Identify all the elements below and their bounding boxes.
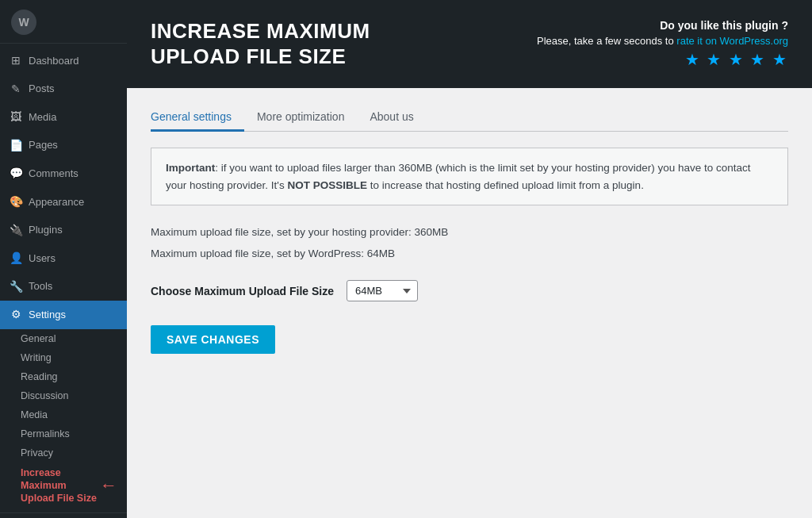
choose-size-label: Choose Maximum Upload File Size — [151, 285, 334, 297]
sidebar: W ⊞ Dashboard ✎ Posts 🖼 Media 📄 Pages 💬 … — [0, 0, 127, 518]
sidebar-item-appearance[interactable]: 🎨 Appearance — [0, 188, 127, 217]
rate-question: Do you like this plugin ? — [537, 19, 788, 32]
collapse-menu-button[interactable]: ◀ Collapse menu — [0, 512, 127, 518]
tab-more-optimization[interactable]: More optimization — [244, 104, 358, 132]
save-changes-button[interactable]: SAVE CHANGES — [151, 325, 275, 354]
submenu-item-media[interactable]: Media — [0, 405, 127, 424]
settings-icon: ⚙ — [10, 307, 22, 323]
pages-icon: 📄 — [10, 138, 22, 154]
sidebar-item-media[interactable]: 🖼 Media — [0, 103, 127, 132]
settings-submenu: General Writing Reading Discussion Media… — [0, 329, 127, 509]
dashboard-icon: ⊞ — [10, 53, 22, 69]
posts-icon: ✎ — [10, 82, 22, 98]
submenu-item-general[interactable]: General — [0, 329, 127, 348]
rate-link-text: Please, take a few seconds to rate it on… — [537, 35, 788, 47]
tools-icon: 🔧 — [10, 279, 22, 295]
sidebar-item-users[interactable]: 👤 Users — [0, 244, 127, 273]
info-line-wordpress: Maximum upload file size, set by WordPre… — [151, 243, 788, 264]
submenu-increase-label: Increase Maximum Upload File Size — [21, 466, 97, 505]
users-icon: 👤 — [10, 251, 22, 267]
submenu-item-privacy[interactable]: Privacy — [0, 443, 127, 462]
submenu-item-discussion[interactable]: Discussion — [0, 386, 127, 405]
sidebar-nav: ⊞ Dashboard ✎ Posts 🖼 Media 📄 Pages 💬 Co… — [0, 44, 127, 512]
sidebar-item-tools[interactable]: 🔧 Tools — [0, 273, 127, 301]
content-area: General settings More optimization About… — [127, 88, 812, 518]
sidebar-item-label: Comments — [29, 167, 79, 181]
notice-bold: Important — [166, 162, 215, 174]
sidebar-item-label: Media — [29, 110, 56, 125]
plugin-header-right: Do you like this plugin ? Please, take a… — [537, 19, 788, 69]
appearance-icon: 🎨 — [10, 194, 22, 210]
sidebar-item-comments[interactable]: 💬 Comments — [0, 159, 127, 188]
main-content: INCREASE MAXIMUM UPLOAD FILE SIZE Do you… — [127, 0, 812, 518]
notice-bold2: NOT POSSIBLE — [287, 179, 367, 191]
size-select[interactable]: 64MB 128MB 256MB 360MB — [347, 280, 418, 301]
sidebar-item-dashboard[interactable]: ⊞ Dashboard — [0, 47, 127, 75]
notice-text2: to increase that hosting defined upload … — [367, 179, 644, 191]
choose-size-row: Choose Maximum Upload File Size 64MB 128… — [151, 280, 788, 301]
sidebar-item-posts[interactable]: ✎ Posts — [0, 75, 127, 104]
sidebar-item-label: Users — [29, 251, 56, 266]
sidebar-item-label: Settings — [29, 308, 66, 322]
submenu-item-permalinks[interactable]: Permalinks — [0, 424, 127, 443]
submenu-item-increase-max[interactable]: Increase Maximum Upload File Size ← — [0, 462, 127, 509]
sidebar-item-label: Dashboard — [29, 54, 79, 68]
sidebar-item-label: Posts — [29, 82, 55, 96]
notice-box: Important: if you want to upload files l… — [151, 148, 788, 205]
submenu-item-reading[interactable]: Reading — [0, 367, 127, 386]
submenu-item-writing[interactable]: Writing — [0, 348, 127, 367]
rate-link[interactable]: rate it on WordPress.org — [676, 35, 788, 47]
plugins-icon: 🔌 — [10, 223, 22, 239]
info-line-hosting: Maximum upload file size, set by your ho… — [151, 221, 788, 243]
sidebar-logo: W — [0, 0, 127, 44]
comments-icon: 💬 — [10, 166, 22, 182]
sidebar-item-label: Plugins — [29, 223, 63, 237]
sidebar-item-label: Tools — [29, 279, 52, 294]
sidebar-item-settings[interactable]: ⚙ Settings — [0, 301, 127, 329]
red-arrow-icon: ← — [100, 475, 117, 496]
plugin-title: INCREASE MAXIMUM UPLOAD FILE SIZE — [151, 19, 370, 68]
tab-about-us[interactable]: About us — [357, 104, 426, 132]
star-rating[interactable]: ★ ★ ★ ★ ★ — [537, 50, 788, 69]
tab-general-settings[interactable]: General settings — [151, 104, 244, 132]
media-icon: 🖼 — [10, 109, 22, 125]
info-lines: Maximum upload file size, set by your ho… — [151, 221, 788, 264]
tabs-bar: General settings More optimization About… — [151, 104, 788, 132]
plugin-header: INCREASE MAXIMUM UPLOAD FILE SIZE Do you… — [127, 0, 812, 88]
wordpress-icon: W — [11, 10, 36, 35]
sidebar-item-plugins[interactable]: 🔌 Plugins — [0, 217, 127, 245]
sidebar-item-label: Pages — [29, 138, 58, 152]
sidebar-item-pages[interactable]: 📄 Pages — [0, 132, 127, 160]
sidebar-item-label: Appearance — [29, 195, 84, 209]
